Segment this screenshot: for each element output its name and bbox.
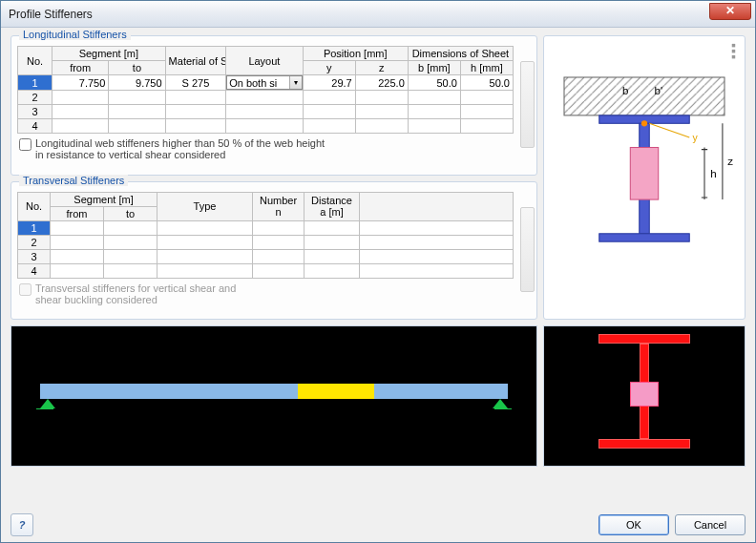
cell[interactable]: 50.0 xyxy=(460,75,513,91)
transversal-scrollbar[interactable] xyxy=(520,207,535,293)
cancel-button[interactable]: Cancel xyxy=(675,514,746,535)
cell[interactable]: 225.0 xyxy=(355,75,408,91)
table-row[interactable]: 1 xyxy=(18,220,514,235)
cell[interactable] xyxy=(355,105,408,119)
cell[interactable]: S 275 xyxy=(165,75,226,91)
button-row: ? OK Cancel xyxy=(10,510,746,536)
cell[interactable] xyxy=(253,235,304,249)
cell[interactable]: 50.0 xyxy=(408,75,460,91)
longitudinal-shear-checkbox[interactable] xyxy=(19,138,32,151)
cell[interactable] xyxy=(408,91,460,105)
cell[interactable] xyxy=(109,105,165,119)
cell[interactable] xyxy=(226,119,303,134)
row-number[interactable]: 3 xyxy=(18,249,51,263)
cell[interactable]: 9.750 xyxy=(109,75,165,91)
titlebar: Profile Stiffeners ✕ xyxy=(1,1,755,28)
cell[interactable] xyxy=(226,91,303,105)
cell[interactable] xyxy=(408,119,460,134)
cell[interactable] xyxy=(158,235,253,249)
svg-text:z: z xyxy=(727,156,733,167)
row-number[interactable]: 4 xyxy=(18,119,52,134)
longitudinal-scrollbar[interactable] xyxy=(520,61,535,148)
cell[interactable] xyxy=(360,220,514,235)
cell[interactable] xyxy=(104,235,158,249)
content-area: Longitudinal Stiffeners No. Segment [m] … xyxy=(1,28,755,542)
row-number[interactable]: 1 xyxy=(18,220,51,235)
table-row[interactable]: 1 7.750 9.750 S 275 On both si ▾ 29.7 22… xyxy=(18,75,514,91)
layout-cell[interactable]: On both si ▾ xyxy=(226,75,303,91)
table-row[interactable]: 4 xyxy=(18,263,514,278)
cell[interactable]: 29.7 xyxy=(303,75,355,91)
longitudinal-table[interactable]: No. Segment [m] Material of Steel Layout… xyxy=(17,46,514,134)
cell[interactable] xyxy=(303,105,355,119)
cell[interactable] xyxy=(304,220,360,235)
cell[interactable] xyxy=(360,263,514,278)
row-number[interactable]: 1 xyxy=(18,75,52,91)
support-left-icon xyxy=(40,399,55,408)
cell[interactable] xyxy=(408,105,460,119)
layout-dropdown[interactable]: On both si ▾ xyxy=(226,75,302,90)
cell[interactable] xyxy=(158,263,253,278)
cell[interactable] xyxy=(253,220,304,235)
panel-menu-icon[interactable]: ▪▪▪ xyxy=(731,42,741,59)
col-no: No. xyxy=(18,47,52,75)
table-row[interactable]: 2 xyxy=(18,91,514,105)
cell[interactable] xyxy=(304,235,360,249)
row-number[interactable]: 2 xyxy=(18,91,52,105)
col-to: to xyxy=(104,206,158,220)
help-button[interactable]: ? xyxy=(10,513,33,536)
cell[interactable] xyxy=(360,249,514,263)
row-number[interactable]: 4 xyxy=(18,263,51,278)
ok-button[interactable]: OK xyxy=(598,514,669,535)
svg-rect-3 xyxy=(599,234,690,241)
cell[interactable] xyxy=(355,119,408,134)
cell[interactable] xyxy=(52,105,109,119)
table-row[interactable]: 3 xyxy=(18,105,514,119)
cell[interactable] xyxy=(52,119,109,134)
col-from: from xyxy=(51,206,104,220)
close-button[interactable]: ✕ xyxy=(709,3,751,20)
cell[interactable] xyxy=(460,105,513,119)
ground-icon xyxy=(494,408,512,409)
cell[interactable] xyxy=(304,249,360,263)
cell[interactable] xyxy=(460,119,513,134)
cell[interactable]: 7.750 xyxy=(52,75,109,91)
row-number[interactable]: 3 xyxy=(18,105,52,119)
cell[interactable] xyxy=(460,91,513,105)
cell[interactable] xyxy=(104,263,158,278)
cell[interactable] xyxy=(51,235,104,249)
cell[interactable] xyxy=(165,119,226,134)
cell[interactable] xyxy=(253,263,304,278)
transversal-checkbox-label: Transversal stiffeners for vertical shea… xyxy=(35,282,236,305)
cell[interactable] xyxy=(165,105,226,119)
svg-text:h: h xyxy=(710,168,716,179)
table-row[interactable]: 2 xyxy=(18,235,514,249)
row-number[interactable]: 2 xyxy=(18,235,51,249)
transversal-table[interactable]: No. Segment [m] Type Number n Distance a… xyxy=(17,192,514,279)
cell[interactable] xyxy=(104,220,158,235)
cell[interactable] xyxy=(303,119,355,134)
chevron-down-icon[interactable]: ▾ xyxy=(289,76,302,89)
cell[interactable] xyxy=(165,91,226,105)
cell[interactable] xyxy=(52,91,109,105)
cell[interactable] xyxy=(226,105,303,119)
table-row[interactable]: 3 xyxy=(18,249,514,263)
table-row[interactable]: 4 xyxy=(18,119,514,134)
cell[interactable] xyxy=(104,249,158,263)
cell[interactable] xyxy=(51,249,104,263)
cell[interactable] xyxy=(109,119,165,134)
cell[interactable] xyxy=(158,249,253,263)
cell[interactable] xyxy=(360,235,514,249)
beam-preview xyxy=(10,325,537,467)
cell[interactable] xyxy=(109,91,165,105)
cell[interactable] xyxy=(355,91,408,105)
cell[interactable] xyxy=(51,220,104,235)
cell[interactable] xyxy=(158,220,253,235)
cell[interactable] xyxy=(253,249,304,263)
cell[interactable] xyxy=(51,263,104,278)
cell[interactable] xyxy=(304,263,360,278)
longitudinal-checkbox-row[interactable]: Longitudinal web stiffeners higher than … xyxy=(17,137,531,160)
stiffener-diagram-icon: h z b b' y xyxy=(544,36,745,319)
cell[interactable] xyxy=(303,91,355,105)
col-layout: Layout xyxy=(226,47,303,75)
